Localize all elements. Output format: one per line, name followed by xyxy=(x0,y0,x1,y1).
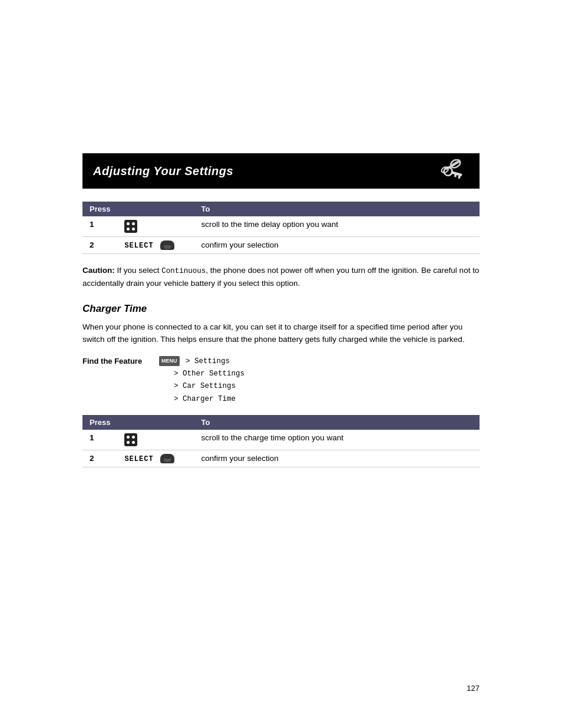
table1-to-header: To xyxy=(194,202,480,216)
key-wrench-icon xyxy=(438,159,469,183)
table1-press-icon-col xyxy=(117,202,194,216)
section-heading: Charger Time xyxy=(82,303,480,315)
step2-2-num: 2 xyxy=(82,450,117,467)
table2-to-header: To xyxy=(194,415,480,430)
table-row: 2 SELECT confirm your selection xyxy=(82,450,480,467)
content-area: Adjusting Your Settings xyxy=(0,0,562,525)
step-2-press: SELECT xyxy=(117,237,194,254)
find-feature-block: Find the Feature MENU > Settings > Other… xyxy=(82,355,480,406)
scroll-key-icon xyxy=(124,220,137,233)
caution-text-before: If you select xyxy=(117,266,162,275)
phone-button-icon xyxy=(160,241,174,250)
page-title: Adjusting Your Settings xyxy=(93,164,233,178)
scroll-key-icon-2 xyxy=(124,433,137,446)
find-feature-path: MENU > Settings > Other Settings > Car S… xyxy=(159,355,244,406)
continuous-highlight: Continuous xyxy=(161,267,206,275)
instruction-table-1: Press To 1 scroll to the time delay opti… xyxy=(82,202,480,254)
instruction-table-2: Press To 1 scroll to the charge time opt… xyxy=(82,415,480,467)
menu-tag: MENU xyxy=(159,356,180,366)
step2-2-press: SELECT xyxy=(117,450,194,467)
svg-rect-7 xyxy=(454,174,457,177)
table-row: 2 SELECT confirm your selection xyxy=(82,237,480,254)
caution-label: Caution: xyxy=(82,266,115,275)
select-label: SELECT xyxy=(124,242,158,250)
step-2-num: 2 xyxy=(82,237,117,254)
phone-button-icon-2 xyxy=(160,454,174,463)
table2-press-header: Press xyxy=(82,415,117,430)
step2-1-action: scroll to the charge time option you wan… xyxy=(194,430,480,450)
table-row: 1 scroll to the time delay option you wa… xyxy=(82,216,480,237)
step2-2-action: confirm your selection xyxy=(194,450,480,467)
page-container: Adjusting Your Settings xyxy=(0,0,562,728)
path-line-3: > Car Settings xyxy=(174,382,236,390)
path-line-2: > Other Settings xyxy=(174,370,244,378)
caution-block: Caution: If you select Continuous, the p… xyxy=(82,265,480,289)
section-body: When your phone is connected to a car ki… xyxy=(82,321,480,346)
step-2-action: confirm your selection xyxy=(194,237,480,254)
path-line-4: > Charger Time xyxy=(174,395,236,403)
step2-1-num: 1 xyxy=(82,430,117,450)
find-feature-label: Find the Feature xyxy=(82,355,159,365)
table1-press-header: Press xyxy=(82,202,117,216)
select-label-2: SELECT xyxy=(124,455,158,463)
step2-1-press xyxy=(117,430,194,450)
step-1-action: scroll to the time delay option you want xyxy=(194,216,480,237)
step-1-num: 1 xyxy=(82,216,117,237)
svg-rect-6 xyxy=(458,175,461,179)
header-bar: Adjusting Your Settings xyxy=(82,153,480,189)
table-row: 1 scroll to the charge time option you w… xyxy=(82,430,480,450)
table2-press-icon-col xyxy=(117,415,194,430)
path-line-1: > Settings xyxy=(186,357,230,365)
step-1-press xyxy=(117,216,194,237)
page-number: 127 xyxy=(467,684,480,693)
